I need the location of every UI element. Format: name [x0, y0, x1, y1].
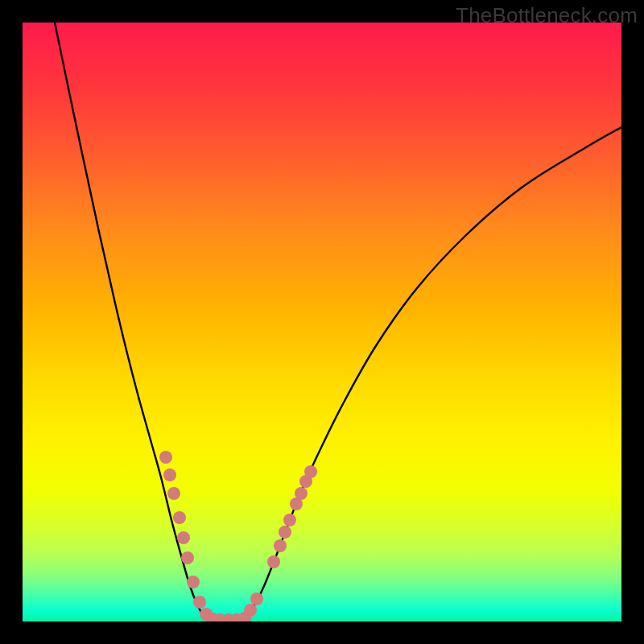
- data-marker: [274, 539, 287, 552]
- data-marker: [187, 576, 200, 588]
- data-marker: [244, 604, 257, 617]
- data-marker: [250, 592, 263, 605]
- data-marker: [163, 469, 176, 481]
- data-marker: [181, 551, 194, 564]
- data-marker: [159, 451, 172, 464]
- data-marker: [193, 596, 206, 609]
- data-marker: [279, 526, 291, 539]
- chart-plot-area: [23, 23, 621, 621]
- data-marker: [177, 531, 190, 544]
- data-markers: [159, 451, 317, 621]
- chart-frame: TheBottleneck.com: [0, 0, 644, 644]
- data-marker: [295, 487, 308, 500]
- chart-curve-layer: [23, 23, 621, 621]
- data-marker: [267, 555, 280, 568]
- data-marker: [167, 487, 180, 500]
- bottleneck-curve: [55, 23, 621, 620]
- data-marker: [173, 511, 186, 524]
- watermark-text: TheBottleneck.com: [456, 3, 638, 28]
- data-marker: [304, 465, 317, 478]
- data-marker: [283, 514, 296, 526]
